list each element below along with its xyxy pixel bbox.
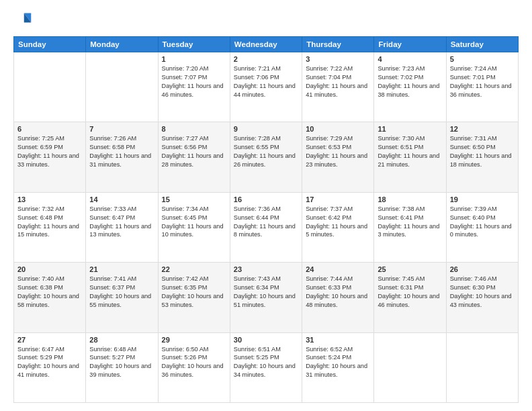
day-detail: Sunrise: 7:33 AMSunset: 6:47 PMDaylight:… bbox=[89, 205, 154, 240]
day-number: 3 bbox=[306, 55, 370, 63]
day-number: 24 bbox=[306, 265, 370, 273]
day-detail: Sunrise: 7:24 AMSunset: 7:01 PMDaylight:… bbox=[450, 64, 515, 99]
calendar-cell: 22Sunrise: 7:42 AMSunset: 6:35 PMDayligh… bbox=[158, 263, 230, 332]
day-number: 15 bbox=[162, 195, 226, 203]
day-number: 5 bbox=[450, 55, 515, 63]
page: SundayMondayTuesdayWednesdayThursdayFrid… bbox=[0, 0, 532, 411]
calendar-cell: 10Sunrise: 7:29 AMSunset: 6:53 PMDayligh… bbox=[302, 122, 374, 192]
day-number: 19 bbox=[450, 195, 515, 203]
calendar-cell: 6Sunrise: 7:25 AMSunset: 6:59 PMDaylight… bbox=[14, 122, 86, 192]
day-detail: Sunrise: 7:34 AMSunset: 6:45 PMDaylight:… bbox=[162, 205, 226, 240]
weekday-saturday: Saturday bbox=[446, 37, 518, 52]
calendar-cell: 4Sunrise: 7:23 AMSunset: 7:02 PMDaylight… bbox=[374, 52, 446, 122]
day-detail: Sunrise: 7:25 AMSunset: 6:59 PMDaylight:… bbox=[17, 134, 82, 169]
calendar-cell: 21Sunrise: 7:41 AMSunset: 6:37 PMDayligh… bbox=[86, 263, 158, 332]
weekday-thursday: Thursday bbox=[302, 37, 374, 52]
calendar-cell: 15Sunrise: 7:34 AMSunset: 6:45 PMDayligh… bbox=[158, 192, 230, 262]
calendar-cell: 17Sunrise: 7:37 AMSunset: 6:42 PMDayligh… bbox=[302, 192, 374, 262]
weekday-wednesday: Wednesday bbox=[230, 37, 302, 52]
calendar-cell bbox=[86, 52, 158, 122]
weekday-header-row: SundayMondayTuesdayWednesdayThursdayFrid… bbox=[14, 37, 519, 52]
calendar-cell: 20Sunrise: 7:40 AMSunset: 6:38 PMDayligh… bbox=[14, 263, 86, 332]
day-detail: Sunrise: 7:39 AMSunset: 6:40 PMDaylight:… bbox=[450, 205, 515, 240]
day-detail: Sunrise: 7:22 AMSunset: 7:04 PMDaylight:… bbox=[306, 64, 370, 99]
day-detail: Sunrise: 6:48 AMSunset: 5:27 PMDaylight:… bbox=[89, 345, 154, 380]
calendar-cell: 28Sunrise: 6:48 AMSunset: 5:27 PMDayligh… bbox=[86, 332, 158, 402]
day-number: 27 bbox=[17, 336, 82, 344]
weekday-monday: Monday bbox=[86, 37, 158, 52]
day-detail: Sunrise: 7:43 AMSunset: 6:34 PMDaylight:… bbox=[234, 275, 298, 310]
calendar-cell: 30Sunrise: 6:51 AMSunset: 5:25 PMDayligh… bbox=[230, 332, 302, 402]
week-row-3: 13Sunrise: 7:32 AMSunset: 6:48 PMDayligh… bbox=[14, 192, 519, 262]
calendar-cell bbox=[374, 332, 446, 402]
day-detail: Sunrise: 6:52 AMSunset: 5:24 PMDaylight:… bbox=[306, 345, 370, 380]
day-number: 25 bbox=[378, 265, 442, 273]
day-detail: Sunrise: 7:38 AMSunset: 6:41 PMDaylight:… bbox=[378, 205, 442, 240]
day-detail: Sunrise: 7:27 AMSunset: 6:56 PMDaylight:… bbox=[162, 134, 226, 169]
calendar-cell: 18Sunrise: 7:38 AMSunset: 6:41 PMDayligh… bbox=[374, 192, 446, 262]
day-number: 30 bbox=[234, 336, 298, 344]
day-detail: Sunrise: 7:44 AMSunset: 6:33 PMDaylight:… bbox=[306, 275, 370, 310]
day-detail: Sunrise: 7:23 AMSunset: 7:02 PMDaylight:… bbox=[378, 64, 442, 99]
calendar-cell: 25Sunrise: 7:45 AMSunset: 6:31 PMDayligh… bbox=[374, 263, 446, 332]
calendar-cell bbox=[446, 332, 518, 402]
logo bbox=[13, 11, 35, 30]
day-detail: Sunrise: 7:30 AMSunset: 6:51 PMDaylight:… bbox=[378, 134, 442, 169]
weekday-sunday: Sunday bbox=[14, 37, 86, 52]
day-detail: Sunrise: 7:29 AMSunset: 6:53 PMDaylight:… bbox=[306, 134, 370, 169]
day-number: 9 bbox=[234, 125, 298, 133]
calendar-cell: 2Sunrise: 7:21 AMSunset: 7:06 PMDaylight… bbox=[230, 52, 302, 122]
day-detail: Sunrise: 6:50 AMSunset: 5:26 PMDaylight:… bbox=[162, 345, 226, 380]
calendar-cell: 27Sunrise: 6:47 AMSunset: 5:29 PMDayligh… bbox=[14, 332, 86, 402]
day-detail: Sunrise: 7:41 AMSunset: 6:37 PMDaylight:… bbox=[89, 275, 154, 310]
calendar-cell: 7Sunrise: 7:26 AMSunset: 6:58 PMDaylight… bbox=[86, 122, 158, 192]
calendar-cell: 16Sunrise: 7:36 AMSunset: 6:44 PMDayligh… bbox=[230, 192, 302, 262]
day-number: 14 bbox=[89, 195, 154, 203]
week-row-2: 6Sunrise: 7:25 AMSunset: 6:59 PMDaylight… bbox=[14, 122, 519, 192]
logo-icon bbox=[13, 11, 32, 30]
day-number: 4 bbox=[378, 55, 442, 63]
week-row-4: 20Sunrise: 7:40 AMSunset: 6:38 PMDayligh… bbox=[14, 263, 519, 332]
calendar-cell: 13Sunrise: 7:32 AMSunset: 6:48 PMDayligh… bbox=[14, 192, 86, 262]
day-number: 22 bbox=[162, 265, 226, 273]
day-number: 16 bbox=[234, 195, 298, 203]
day-number: 13 bbox=[17, 195, 82, 203]
day-detail: Sunrise: 7:28 AMSunset: 6:55 PMDaylight:… bbox=[234, 134, 298, 169]
day-detail: Sunrise: 6:47 AMSunset: 5:29 PMDaylight:… bbox=[17, 345, 82, 380]
day-number: 20 bbox=[17, 265, 82, 273]
calendar-cell: 5Sunrise: 7:24 AMSunset: 7:01 PMDaylight… bbox=[446, 52, 518, 122]
day-number: 26 bbox=[450, 265, 515, 273]
day-number: 11 bbox=[378, 125, 442, 133]
day-number: 21 bbox=[89, 265, 154, 273]
calendar-cell: 31Sunrise: 6:52 AMSunset: 5:24 PMDayligh… bbox=[302, 332, 374, 402]
calendar-cell: 3Sunrise: 7:22 AMSunset: 7:04 PMDaylight… bbox=[302, 52, 374, 122]
day-detail: Sunrise: 6:51 AMSunset: 5:25 PMDaylight:… bbox=[234, 345, 298, 380]
day-number: 1 bbox=[162, 55, 226, 63]
day-number: 7 bbox=[89, 125, 154, 133]
day-detail: Sunrise: 7:26 AMSunset: 6:58 PMDaylight:… bbox=[89, 134, 154, 169]
calendar-cell: 29Sunrise: 6:50 AMSunset: 5:26 PMDayligh… bbox=[158, 332, 230, 402]
calendar-cell: 24Sunrise: 7:44 AMSunset: 6:33 PMDayligh… bbox=[302, 263, 374, 332]
calendar-cell: 8Sunrise: 7:27 AMSunset: 6:56 PMDaylight… bbox=[158, 122, 230, 192]
calendar-cell: 26Sunrise: 7:46 AMSunset: 6:30 PMDayligh… bbox=[446, 263, 518, 332]
day-detail: Sunrise: 7:20 AMSunset: 7:07 PMDaylight:… bbox=[162, 64, 226, 99]
day-number: 6 bbox=[17, 125, 82, 133]
day-number: 12 bbox=[450, 125, 515, 133]
day-number: 8 bbox=[162, 125, 226, 133]
day-number: 28 bbox=[89, 336, 154, 344]
day-detail: Sunrise: 7:45 AMSunset: 6:31 PMDaylight:… bbox=[378, 275, 442, 310]
day-detail: Sunrise: 7:42 AMSunset: 6:35 PMDaylight:… bbox=[162, 275, 226, 310]
day-number: 10 bbox=[306, 125, 370, 133]
calendar-cell: 11Sunrise: 7:30 AMSunset: 6:51 PMDayligh… bbox=[374, 122, 446, 192]
calendar-cell bbox=[14, 52, 86, 122]
day-number: 29 bbox=[162, 336, 226, 344]
week-row-5: 27Sunrise: 6:47 AMSunset: 5:29 PMDayligh… bbox=[14, 332, 519, 402]
day-detail: Sunrise: 7:21 AMSunset: 7:06 PMDaylight:… bbox=[234, 64, 298, 99]
calendar-cell: 9Sunrise: 7:28 AMSunset: 6:55 PMDaylight… bbox=[230, 122, 302, 192]
weekday-tuesday: Tuesday bbox=[158, 37, 230, 52]
day-number: 17 bbox=[306, 195, 370, 203]
calendar-cell: 1Sunrise: 7:20 AMSunset: 7:07 PMDaylight… bbox=[158, 52, 230, 122]
day-detail: Sunrise: 7:32 AMSunset: 6:48 PMDaylight:… bbox=[17, 205, 82, 240]
header bbox=[13, 11, 519, 30]
day-detail: Sunrise: 7:31 AMSunset: 6:50 PMDaylight:… bbox=[450, 134, 515, 169]
